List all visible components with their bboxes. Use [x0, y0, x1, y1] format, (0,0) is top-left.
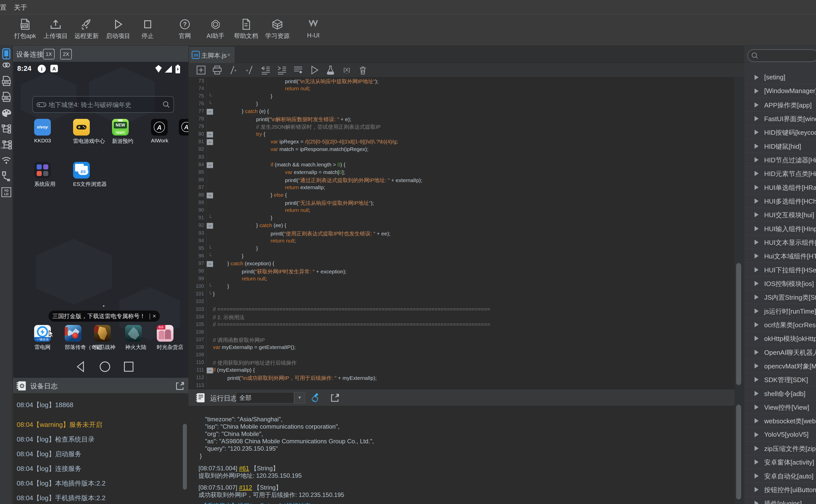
- print-icon[interactable]: [212, 64, 223, 76]
- api-tree-item[interactable]: Hui文本域组件[HTextArea]: [744, 249, 816, 263]
- device-log-popout-icon[interactable]: [175, 381, 185, 391]
- link-icon[interactable]: [0, 59, 12, 71]
- api-tree-item[interactable]: JS内置String类[String]: [744, 290, 816, 304]
- api-tree-item[interactable]: zip压缩文件类[zip]: [744, 441, 816, 455]
- ad-close-icon[interactable]: ×: [152, 313, 156, 319]
- variable-icon[interactable]: [X]⋯: [341, 64, 352, 76]
- api-tree-item[interactable]: ocr结果类[ocrResult]: [744, 318, 816, 332]
- fold-marker-icon[interactable]: −: [207, 223, 213, 229]
- fold-marker-icon[interactable]: −: [207, 261, 213, 267]
- api-tree-item[interactable]: HID键鼠[hid]: [744, 139, 816, 153]
- app-es-file-explorer[interactable]: ESES文件浏览器: [73, 162, 90, 188]
- api-tree-item[interactable]: IOS控制模块[ios]: [744, 276, 816, 290]
- format-icon[interactable]: [293, 64, 304, 76]
- toolbar-button-H-UI[interactable]: H-UI: [294, 17, 332, 43]
- api-tree-item[interactable]: HUI交互模块[hui]: [744, 208, 816, 222]
- api-tree-item[interactable]: 安卓窗体[activity]: [744, 455, 816, 469]
- dock-app-3[interactable]: 神火大陆: [125, 325, 142, 351]
- xml-file-icon[interactable]: XML: [0, 91, 12, 103]
- runlog-scrollbar[interactable]: [736, 405, 741, 499]
- nav-recents-icon[interactable]: [123, 361, 134, 372]
- run-log-filter-select[interactable]: 全部: [236, 392, 294, 403]
- api-tree-item[interactable]: HUI单选组件[HRadio]: [744, 180, 816, 194]
- app-new-game[interactable]: NEW领福利新游预约: [112, 119, 129, 145]
- phone-icon[interactable]: [0, 48, 12, 60]
- api-tree-item[interactable]: View控件[View]: [744, 400, 816, 414]
- api-tree-item[interactable]: [seting]: [744, 70, 816, 84]
- api-tree-item[interactable]: SDK管理[SDK]: [744, 372, 816, 386]
- outdent-icon[interactable]: [260, 64, 271, 76]
- api-tree-item[interactable]: js运行时[runTime]: [744, 304, 816, 318]
- tab-close-icon[interactable]: ×: [227, 51, 231, 58]
- dock-app-1[interactable]: 部落传奇（奇迹: [65, 325, 81, 351]
- api-tree-item[interactable]: 插件[plugins]: [744, 496, 816, 504]
- api-tree-item[interactable]: HID节点过滤器[HidNodeFilter]: [744, 153, 816, 167]
- api-tree-item[interactable]: shell命令[adb]: [744, 386, 816, 400]
- fold-marker-icon[interactable]: −: [207, 109, 213, 115]
- code-token: externalIp;: [299, 184, 325, 190]
- palette-icon[interactable]: [0, 107, 12, 119]
- hid-tree-icon[interactable]: HID: [0, 139, 12, 151]
- fold-marker-icon[interactable]: −: [207, 367, 213, 374]
- api-tree-item[interactable]: HUI输入组件[HInput]: [744, 222, 816, 235]
- nav-back-icon[interactable]: [75, 361, 85, 372]
- menu-item-1[interactable]: 关于: [14, 3, 27, 12]
- app-system-folder[interactable]: 系统应用: [34, 162, 51, 188]
- code-token: // 发生JSON解析错误时，尝试使用正则表达式提取IP: [256, 124, 381, 130]
- node-tree-icon[interactable]: [0, 123, 12, 135]
- dock-app-0[interactable]: 一键自动雷电网: [34, 325, 51, 351]
- toolbar-button-学习资源[interactable]: 学习资源: [258, 17, 296, 43]
- fold-marker-icon[interactable]: −: [207, 192, 213, 199]
- api-tree-item[interactable]: HUI文本显示组件[Htext]: [744, 235, 816, 249]
- app-kkd03[interactable]: vivoyKKD03: [34, 119, 51, 144]
- phone-search-bar[interactable]: 地下城堡4: 骑士与破碎编年史: [32, 96, 174, 113]
- comment-open-icon[interactable]: *: [228, 64, 239, 76]
- wifi-icon[interactable]: [0, 154, 12, 166]
- tab-main-script[interactable]: JS 主脚本.js ×: [189, 47, 235, 63]
- apk-file-icon[interactable]: APK: [0, 75, 12, 87]
- api-tree-item[interactable]: YoloV5[yoloV5]: [744, 428, 816, 442]
- zoom-1x-button[interactable]: 1X: [43, 49, 55, 59]
- fold-marker-icon[interactable]: −: [207, 139, 213, 145]
- api-tree-item[interactable]: HID按键码[keycode]: [744, 125, 816, 139]
- api-tree-item[interactable]: OpenAI聊天机器人[chatgpt]: [744, 345, 816, 359]
- toolbar-button-停止[interactable]: 停止: [129, 17, 167, 43]
- api-tree-item[interactable]: APP操作类[app]: [744, 98, 816, 112]
- add-icon[interactable]: [195, 64, 207, 76]
- nav-home-icon[interactable]: [99, 361, 111, 372]
- app-aiwork[interactable]: AAIWork: [151, 119, 168, 144]
- api-tree-item[interactable]: HUI下拉组件[HSelect]: [744, 263, 816, 277]
- api-tree-item[interactable]: HUI多选组件[HCheckBox]: [744, 194, 816, 208]
- api-tree-item[interactable]: websocket类[websocket]: [744, 414, 816, 428]
- usb-icon[interactable]: [0, 170, 12, 182]
- zoom-2x-button[interactable]: 2X: [60, 49, 72, 59]
- device-log-scrollbar[interactable]: [183, 424, 187, 490]
- clear-icon[interactable]: [357, 64, 368, 76]
- editor-scrollbar[interactable]: [736, 263, 741, 385]
- code-editor[interactable]: 73printl("\n无法从响应中提取外网IP地址");74return nu…: [188, 77, 735, 389]
- clear-log-broom-icon[interactable]: [311, 392, 321, 403]
- run-log-filter-dropdown-arrow[interactable]: ▼: [294, 392, 305, 403]
- run-log-popout-icon[interactable]: [330, 393, 340, 403]
- flask-icon[interactable]: [325, 64, 336, 76]
- phone-mirror-screen[interactable]: 8:24iA地下城堡4: 骑士与破碎编年史vivoyKKD03雷电游戏中心NEW…: [13, 62, 188, 378]
- api-tree-item[interactable]: okHttp模块[okHttp]: [744, 331, 816, 345]
- menu-item-0[interactable]: 设置: [0, 3, 7, 12]
- api-tree-item[interactable]: HID元素节点类[HidNodeClass]: [744, 166, 816, 180]
- api-search-input[interactable]: [747, 49, 816, 62]
- api-tree-item[interactable]: opencvMat对象[Mat]: [744, 359, 816, 373]
- dock-app-2[interactable]: 保卫战神: [94, 325, 111, 351]
- api-tree-item[interactable]: 安卓自动化[auto]: [744, 469, 816, 483]
- fold-marker-icon[interactable]: −: [207, 162, 213, 168]
- api-tree-item[interactable]: FastUI界面类[window]: [744, 112, 816, 125]
- dock-app-4[interactable]: 热卖时光杂货店: [157, 325, 173, 351]
- indent-icon[interactable]: [276, 64, 288, 76]
- app-leidian-game-center[interactable]: 雷电游戏中心: [73, 119, 90, 145]
- comment-close-icon[interactable]: *: [244, 64, 255, 76]
- api-tree-item[interactable]: [WindowManager]: [744, 84, 816, 98]
- yolo-icon[interactable]: YOLO: [0, 186, 12, 198]
- fold-marker-icon[interactable]: −: [207, 132, 213, 138]
- ad-banner[interactable]: 三国打金版，下载送雷电专属称号！ |×: [49, 311, 160, 322]
- api-tree-item[interactable]: 按钮控件[uiButton]: [744, 483, 816, 496]
- run-icon[interactable]: [309, 64, 320, 76]
